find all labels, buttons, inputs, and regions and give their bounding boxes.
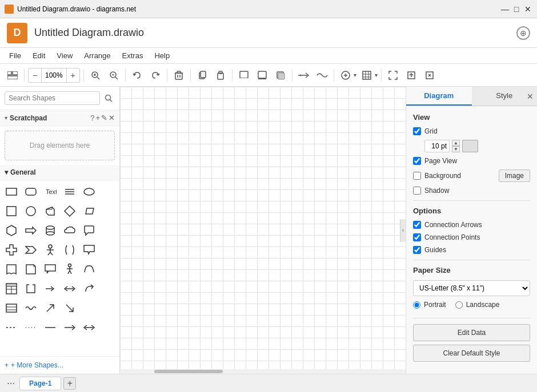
search-input[interactable] (5, 91, 100, 105)
shape-folded-corner[interactable] (22, 260, 40, 278)
shape-stickman[interactable] (61, 260, 79, 278)
grid-spinner-down[interactable]: ▼ (452, 146, 460, 152)
canvas-area[interactable]: ‹ (120, 87, 406, 374)
table-button[interactable] (359, 67, 375, 83)
menu-arrange[interactable]: Arrange (79, 49, 115, 62)
shape-parallelogram[interactable] (80, 202, 98, 220)
connection-points-checkbox[interactable] (413, 233, 421, 241)
grid-checkbox[interactable] (413, 127, 421, 135)
guides-checkbox[interactable] (413, 246, 421, 254)
shadow-label[interactable]: Shadow (424, 187, 449, 195)
background-checkbox[interactable] (413, 172, 421, 180)
page-tab[interactable]: Page-1 (19, 377, 61, 390)
edit-data-button[interactable]: Edit Data (413, 324, 530, 341)
zoom-out-button[interactable]: − (29, 68, 41, 82)
clear-default-style-button[interactable]: Clear Default Style (413, 345, 530, 362)
search-button[interactable] (102, 92, 115, 104)
maximize-button[interactable]: □ (512, 5, 521, 14)
insert-button[interactable] (338, 67, 354, 83)
line-color-button[interactable] (254, 67, 270, 83)
menu-edit[interactable]: Edit (28, 49, 50, 62)
horizontal-scrollbar[interactable] (120, 369, 406, 374)
shape-line[interactable] (41, 318, 59, 337)
minimize-button[interactable]: — (500, 5, 510, 14)
shape-arrow-diagonal-se[interactable] (61, 299, 79, 317)
image-button[interactable]: Image (499, 169, 530, 182)
menu-view[interactable]: View (52, 49, 77, 62)
shape-rectangle[interactable] (2, 183, 21, 201)
menu-extras[interactable]: Extras (118, 49, 148, 62)
shape-rounded-rect[interactable] (22, 183, 40, 201)
scrollbar-thumb-horizontal[interactable] (154, 370, 223, 373)
shape-cloud[interactable] (61, 221, 79, 240)
shape-wave[interactable] (22, 299, 40, 317)
shape-double-arrow-line[interactable] (80, 318, 98, 337)
more-shapes-label[interactable]: + More Shapes... (11, 361, 63, 369)
shape-dotted-line[interactable] (22, 318, 40, 337)
shape-hexagon[interactable] (2, 221, 21, 240)
shape-table-grid[interactable] (2, 280, 21, 298)
scratchpad-close-icon[interactable]: ✕ (109, 114, 115, 122)
panel-close-button[interactable]: ✕ (527, 92, 534, 101)
shape-diamond[interactable] (61, 202, 79, 220)
shape-comment-bubble[interactable] (80, 221, 98, 240)
shape-text[interactable]: Text (41, 183, 59, 201)
page-menu-button[interactable]: ⋯ (5, 377, 17, 390)
menu-help[interactable]: Help (150, 49, 174, 62)
connection-arrows-label[interactable]: Connection Arrows (424, 221, 482, 229)
shape-curved-arrow[interactable] (80, 280, 98, 298)
shape-callout2[interactable] (41, 260, 59, 278)
shape-arrow-diagonal-ne[interactable] (41, 299, 59, 317)
shape-square[interactable] (2, 202, 21, 220)
tab-diagram[interactable]: Diagram (406, 87, 472, 106)
shape-partial-rect[interactable] (22, 280, 40, 298)
shape-arc[interactable] (80, 260, 98, 278)
grid-spinner-up[interactable]: ▲ (452, 140, 460, 146)
fullscreen-button[interactable] (385, 67, 401, 83)
background-label[interactable]: Background (424, 172, 461, 180)
paste-style-button[interactable] (213, 67, 229, 83)
fit-page-button[interactable] (403, 67, 419, 83)
shape-list-item[interactable] (2, 299, 21, 317)
shape-document[interactable] (2, 260, 21, 278)
zoom-in-button[interactable]: + (67, 68, 79, 82)
add-page-button[interactable]: + (63, 377, 76, 390)
grid-value-input[interactable] (424, 140, 450, 152)
view-toggle-button[interactable] (5, 67, 21, 83)
shadow-button[interactable] (272, 67, 288, 83)
shape-arrow-line[interactable] (61, 318, 79, 337)
grid-label[interactable]: Grid (424, 127, 438, 135)
paper-size-select[interactable]: US-Letter (8.5" x 11") US-Legal (8.5" x … (413, 280, 530, 296)
shape-bracket[interactable] (61, 241, 79, 259)
scratchpad-add-icon[interactable]: + (95, 114, 100, 122)
more-shapes-button[interactable]: + + More Shapes... (0, 356, 119, 374)
shape-cross[interactable] (2, 241, 21, 259)
scratchpad-help-icon[interactable]: ? (90, 114, 94, 122)
shape-ellipse[interactable] (80, 183, 98, 201)
shape-callout-rect[interactable] (80, 241, 98, 259)
close-button[interactable]: ✕ (523, 5, 532, 14)
connection-points-label[interactable]: Connection Points (424, 233, 480, 241)
landscape-radio[interactable] (455, 301, 463, 309)
shape-double-arrow[interactable] (61, 280, 79, 298)
shape-arrow-right2[interactable] (41, 280, 59, 298)
shape-box3d[interactable] (41, 202, 59, 220)
shape-arrow-right[interactable] (22, 221, 40, 240)
reset-view-button[interactable] (422, 67, 438, 83)
connection-arrows-checkbox[interactable] (413, 221, 421, 229)
shape-dashed-line[interactable] (2, 318, 21, 337)
delete-button[interactable] (171, 67, 187, 83)
undo-button[interactable] (129, 67, 145, 83)
collapse-handle[interactable]: ‹ (400, 219, 406, 242)
menu-file[interactable]: File (5, 49, 26, 62)
shadow-checkbox[interactable] (413, 187, 421, 195)
portrait-radio[interactable] (413, 301, 420, 309)
zoom-out-icon-button[interactable] (106, 67, 122, 83)
grid-color-picker[interactable] (462, 140, 478, 152)
shape-circle[interactable] (22, 202, 40, 220)
landscape-label[interactable]: Landscape (466, 301, 500, 309)
shape-chevron-right[interactable] (22, 241, 40, 259)
guides-label[interactable]: Guides (424, 246, 446, 254)
portrait-label[interactable]: Portrait (424, 301, 446, 309)
redo-button[interactable] (147, 67, 163, 83)
